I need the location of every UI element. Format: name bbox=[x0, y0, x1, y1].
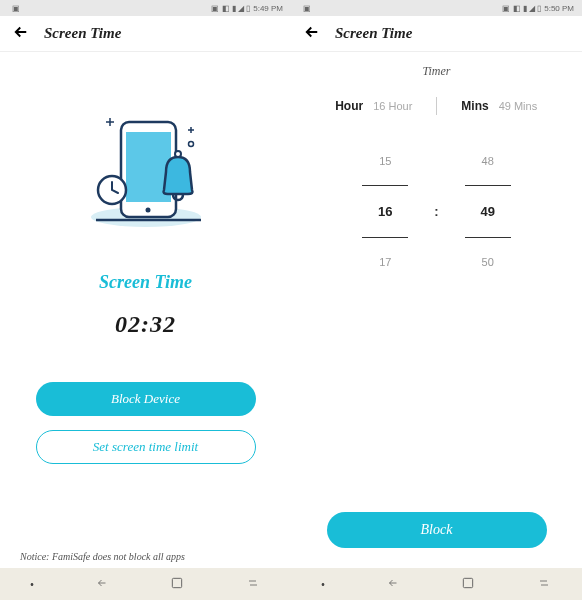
picker-line bbox=[465, 237, 511, 238]
mins-tab[interactable]: Mins 49 Mins bbox=[437, 99, 562, 113]
gallery-icon: ▣ bbox=[303, 4, 311, 13]
mins-picker[interactable]: 48 49 50 bbox=[463, 155, 513, 268]
page-title: Screen Time bbox=[335, 25, 412, 42]
hour-tab-value: 16 Hour bbox=[373, 100, 412, 112]
header: Screen Time bbox=[0, 16, 291, 52]
mins-selected: 49 bbox=[480, 204, 494, 219]
nav-dot-icon[interactable]: • bbox=[321, 579, 325, 590]
mins-tab-label: Mins bbox=[461, 99, 488, 113]
hour-prev: 15 bbox=[379, 155, 391, 167]
nav-home-icon[interactable] bbox=[170, 576, 184, 592]
illustration bbox=[66, 102, 226, 242]
right-screen: ▣ ▣ ◧ ▮ ◢ ▯ 5:50 PM Screen Time Timer Ho… bbox=[291, 0, 582, 600]
hour-next: 17 bbox=[379, 256, 391, 268]
page-title: Screen Time bbox=[44, 25, 121, 42]
hour-selected: 16 bbox=[378, 204, 392, 219]
block-device-button[interactable]: Block Device bbox=[36, 382, 256, 416]
mins-next: 50 bbox=[482, 256, 494, 268]
time-picker[interactable]: 15 16 17 : 48 49 50 bbox=[360, 155, 512, 268]
section-title: Screen Time bbox=[99, 272, 192, 293]
picker-tabs: Hour 16 Hour Mins 49 Mins bbox=[312, 97, 562, 115]
main-content: Screen Time 02:32 Block Device Set scree… bbox=[0, 52, 291, 568]
notice-text: Notice: FamiSafe does not block all apps bbox=[20, 551, 185, 562]
mins-prev: 48 bbox=[482, 155, 494, 167]
block-button[interactable]: Block bbox=[327, 512, 547, 548]
svg-point-4 bbox=[175, 151, 181, 157]
status-time: 5:49 PM bbox=[253, 4, 283, 13]
status-time: 5:50 PM bbox=[544, 4, 574, 13]
picker-line bbox=[465, 185, 511, 186]
nav-recent-icon[interactable] bbox=[245, 577, 261, 591]
timer-label: Timer bbox=[422, 64, 450, 79]
nav-recent-icon[interactable] bbox=[536, 577, 552, 591]
nav-bar: • bbox=[0, 568, 291, 600]
gallery-icon: ▣ bbox=[12, 4, 20, 13]
screen-time-value: 02:32 bbox=[115, 311, 176, 338]
hour-picker[interactable]: 15 16 17 bbox=[360, 155, 410, 268]
nav-back-icon[interactable] bbox=[385, 577, 401, 591]
svg-rect-9 bbox=[464, 578, 473, 587]
svg-rect-8 bbox=[173, 578, 182, 587]
hour-tab[interactable]: Hour 16 Hour bbox=[312, 99, 437, 113]
status-bar: ▣ ▣ ◧ ▮ ◢ ▯ 5:50 PM bbox=[291, 0, 582, 16]
nav-back-icon[interactable] bbox=[94, 577, 110, 591]
left-screen: ▣ ▣ ◧ ▮ ◢ ▯ 5:49 PM Screen Time bbox=[0, 0, 291, 600]
svg-point-3 bbox=[145, 208, 150, 213]
set-limit-button[interactable]: Set screen time limit bbox=[36, 430, 256, 464]
svg-point-6 bbox=[188, 142, 193, 147]
mins-tab-value: 49 Mins bbox=[499, 100, 538, 112]
back-icon[interactable] bbox=[12, 23, 30, 44]
nav-bar: • bbox=[291, 568, 582, 600]
status-icons: ▣ ◧ ▮ ◢ ▯ bbox=[502, 4, 541, 13]
picker-line bbox=[362, 185, 408, 186]
timer-content: Timer Hour 16 Hour Mins 49 Mins 15 16 bbox=[291, 52, 582, 568]
status-bar: ▣ ▣ ◧ ▮ ◢ ▯ 5:49 PM bbox=[0, 0, 291, 16]
picker-line bbox=[362, 237, 408, 238]
hour-tab-label: Hour bbox=[335, 99, 363, 113]
back-icon[interactable] bbox=[303, 23, 321, 44]
time-colon: : bbox=[434, 204, 438, 219]
header: Screen Time bbox=[291, 16, 582, 52]
nav-dot-icon[interactable]: • bbox=[30, 579, 34, 590]
status-icons: ▣ ◧ ▮ ◢ ▯ bbox=[211, 4, 250, 13]
nav-home-icon[interactable] bbox=[461, 576, 475, 592]
